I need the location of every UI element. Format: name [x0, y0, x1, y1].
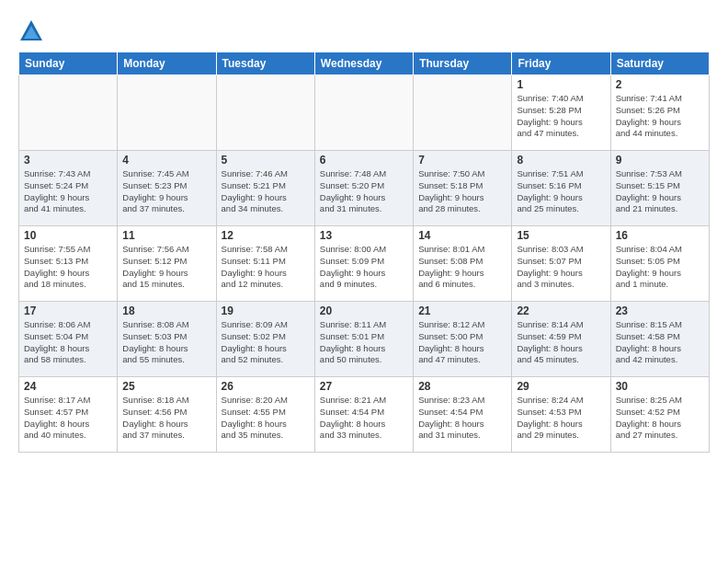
day-number: 1 — [517, 78, 605, 91]
calendar-cell: 6Sunrise: 7:48 AMSunset: 5:20 PMDaylight… — [314, 151, 413, 226]
calendar-cell — [118, 75, 216, 151]
day-number: 15 — [517, 229, 605, 242]
day-info: Sunrise: 7:41 AMSunset: 5:26 PMDaylight:… — [616, 93, 704, 140]
calendar-cell: 25Sunrise: 8:18 AMSunset: 4:56 PMDayligh… — [118, 377, 216, 453]
calendar-cell: 21Sunrise: 8:12 AMSunset: 5:00 PMDayligh… — [414, 302, 512, 377]
logo-icon — [18, 18, 44, 44]
day-number: 12 — [222, 229, 310, 242]
day-info: Sunrise: 7:55 AMSunset: 5:13 PMDaylight:… — [24, 244, 112, 291]
calendar-cell: 8Sunrise: 7:51 AMSunset: 5:16 PMDaylight… — [512, 151, 610, 226]
day-info: Sunrise: 7:48 AMSunset: 5:20 PMDaylight:… — [320, 168, 408, 215]
calendar-cell — [414, 75, 512, 151]
calendar-cell: 5Sunrise: 7:46 AMSunset: 5:21 PMDaylight… — [216, 151, 314, 226]
day-number: 10 — [24, 229, 112, 242]
day-number: 13 — [320, 229, 408, 242]
week-row-5: 24Sunrise: 8:17 AMSunset: 4:57 PMDayligh… — [19, 377, 710, 453]
calendar-cell: 11Sunrise: 7:56 AMSunset: 5:12 PMDayligh… — [118, 226, 216, 302]
calendar-cell: 15Sunrise: 8:03 AMSunset: 5:07 PMDayligh… — [512, 226, 610, 302]
day-info: Sunrise: 8:03 AMSunset: 5:07 PMDaylight:… — [517, 244, 605, 291]
calendar-cell: 1Sunrise: 7:40 AMSunset: 5:28 PMDaylight… — [512, 75, 610, 151]
header-monday: Monday — [118, 52, 216, 75]
calendar-cell: 7Sunrise: 7:50 AMSunset: 5:18 PMDaylight… — [414, 151, 512, 226]
day-number: 18 — [122, 304, 210, 317]
day-info: Sunrise: 8:17 AMSunset: 4:57 PMDaylight:… — [24, 395, 112, 442]
day-number: 11 — [122, 229, 210, 242]
calendar: SundayMondayTuesdayWednesdayThursdayFrid… — [18, 52, 710, 453]
day-info: Sunrise: 8:08 AMSunset: 5:03 PMDaylight:… — [122, 319, 210, 366]
day-info: Sunrise: 7:51 AMSunset: 5:16 PMDaylight:… — [517, 168, 605, 215]
day-info: Sunrise: 8:23 AMSunset: 4:54 PMDaylight:… — [418, 395, 506, 442]
calendar-cell: 20Sunrise: 8:11 AMSunset: 5:01 PMDayligh… — [314, 302, 413, 377]
day-info: Sunrise: 8:21 AMSunset: 4:54 PMDaylight:… — [320, 395, 408, 442]
day-number: 8 — [517, 154, 605, 167]
header-wednesday: Wednesday — [314, 52, 413, 75]
page: SundayMondayTuesdayWednesdayThursdayFrid… — [0, 0, 728, 563]
week-row-1: 1Sunrise: 7:40 AMSunset: 5:28 PMDaylight… — [19, 75, 710, 151]
calendar-cell: 22Sunrise: 8:14 AMSunset: 4:59 PMDayligh… — [512, 302, 610, 377]
day-number: 2 — [616, 78, 704, 91]
header — [18, 18, 710, 44]
day-info: Sunrise: 7:53 AMSunset: 5:15 PMDaylight:… — [616, 168, 704, 215]
day-info: Sunrise: 7:40 AMSunset: 5:28 PMDaylight:… — [517, 93, 605, 140]
calendar-cell: 27Sunrise: 8:21 AMSunset: 4:54 PMDayligh… — [314, 377, 413, 453]
day-info: Sunrise: 8:12 AMSunset: 5:00 PMDaylight:… — [418, 319, 506, 366]
calendar-cell: 28Sunrise: 8:23 AMSunset: 4:54 PMDayligh… — [414, 377, 512, 453]
calendar-cell: 26Sunrise: 8:20 AMSunset: 4:55 PMDayligh… — [216, 377, 314, 453]
calendar-cell: 23Sunrise: 8:15 AMSunset: 4:58 PMDayligh… — [610, 302, 709, 377]
day-number: 9 — [616, 154, 704, 167]
day-info: Sunrise: 7:45 AMSunset: 5:23 PMDaylight:… — [122, 168, 210, 215]
header-friday: Friday — [512, 52, 610, 75]
calendar-cell: 3Sunrise: 7:43 AMSunset: 5:24 PMDaylight… — [19, 151, 118, 226]
header-saturday: Saturday — [610, 52, 709, 75]
day-info: Sunrise: 8:15 AMSunset: 4:58 PMDaylight:… — [616, 319, 704, 366]
day-number: 30 — [616, 380, 704, 393]
day-number: 22 — [517, 304, 605, 317]
day-info: Sunrise: 8:00 AMSunset: 5:09 PMDaylight:… — [320, 244, 408, 291]
day-info: Sunrise: 7:46 AMSunset: 5:21 PMDaylight:… — [222, 168, 310, 215]
day-number: 4 — [122, 154, 210, 167]
day-number: 16 — [616, 229, 704, 242]
day-number: 6 — [320, 154, 408, 167]
calendar-cell: 18Sunrise: 8:08 AMSunset: 5:03 PMDayligh… — [118, 302, 216, 377]
day-number: 7 — [418, 154, 506, 167]
day-number: 24 — [24, 380, 112, 393]
day-info: Sunrise: 8:09 AMSunset: 5:02 PMDaylight:… — [222, 319, 310, 366]
day-info: Sunrise: 8:01 AMSunset: 5:08 PMDaylight:… — [418, 244, 506, 291]
calendar-body: 1Sunrise: 7:40 AMSunset: 5:28 PMDaylight… — [19, 75, 710, 453]
day-number: 14 — [418, 229, 506, 242]
day-info: Sunrise: 8:06 AMSunset: 5:04 PMDaylight:… — [24, 319, 112, 366]
calendar-cell: 29Sunrise: 8:24 AMSunset: 4:53 PMDayligh… — [512, 377, 610, 453]
calendar-cell: 17Sunrise: 8:06 AMSunset: 5:04 PMDayligh… — [19, 302, 118, 377]
day-info: Sunrise: 7:43 AMSunset: 5:24 PMDaylight:… — [24, 168, 112, 215]
calendar-cell: 13Sunrise: 8:00 AMSunset: 5:09 PMDayligh… — [314, 226, 413, 302]
day-info: Sunrise: 8:18 AMSunset: 4:56 PMDaylight:… — [122, 395, 210, 442]
calendar-cell: 24Sunrise: 8:17 AMSunset: 4:57 PMDayligh… — [19, 377, 118, 453]
calendar-cell: 9Sunrise: 7:53 AMSunset: 5:15 PMDaylight… — [610, 151, 709, 226]
header-thursday: Thursday — [414, 52, 512, 75]
header-row: SundayMondayTuesdayWednesdayThursdayFrid… — [19, 52, 710, 75]
week-row-4: 17Sunrise: 8:06 AMSunset: 5:04 PMDayligh… — [19, 302, 710, 377]
day-info: Sunrise: 8:20 AMSunset: 4:55 PMDaylight:… — [222, 395, 310, 442]
calendar-cell: 16Sunrise: 8:04 AMSunset: 5:05 PMDayligh… — [610, 226, 709, 302]
day-number: 21 — [418, 304, 506, 317]
calendar-cell: 10Sunrise: 7:55 AMSunset: 5:13 PMDayligh… — [19, 226, 118, 302]
logo — [18, 18, 48, 44]
calendar-cell: 30Sunrise: 8:25 AMSunset: 4:52 PMDayligh… — [610, 377, 709, 453]
day-number: 17 — [24, 304, 112, 317]
header-tuesday: Tuesday — [216, 52, 314, 75]
calendar-header: SundayMondayTuesdayWednesdayThursdayFrid… — [19, 52, 710, 75]
day-number: 29 — [517, 380, 605, 393]
calendar-cell: 4Sunrise: 7:45 AMSunset: 5:23 PMDaylight… — [118, 151, 216, 226]
calendar-cell — [216, 75, 314, 151]
day-info: Sunrise: 8:25 AMSunset: 4:52 PMDaylight:… — [616, 395, 704, 442]
day-info: Sunrise: 7:58 AMSunset: 5:11 PMDaylight:… — [222, 244, 310, 291]
calendar-cell: 19Sunrise: 8:09 AMSunset: 5:02 PMDayligh… — [216, 302, 314, 377]
week-row-2: 3Sunrise: 7:43 AMSunset: 5:24 PMDaylight… — [19, 151, 710, 226]
day-number: 20 — [320, 304, 408, 317]
day-info: Sunrise: 7:56 AMSunset: 5:12 PMDaylight:… — [122, 244, 210, 291]
day-info: Sunrise: 8:11 AMSunset: 5:01 PMDaylight:… — [320, 319, 408, 366]
day-number: 25 — [122, 380, 210, 393]
calendar-cell: 2Sunrise: 7:41 AMSunset: 5:26 PMDaylight… — [610, 75, 709, 151]
day-info: Sunrise: 8:04 AMSunset: 5:05 PMDaylight:… — [616, 244, 704, 291]
day-info: Sunrise: 8:24 AMSunset: 4:53 PMDaylight:… — [517, 395, 605, 442]
